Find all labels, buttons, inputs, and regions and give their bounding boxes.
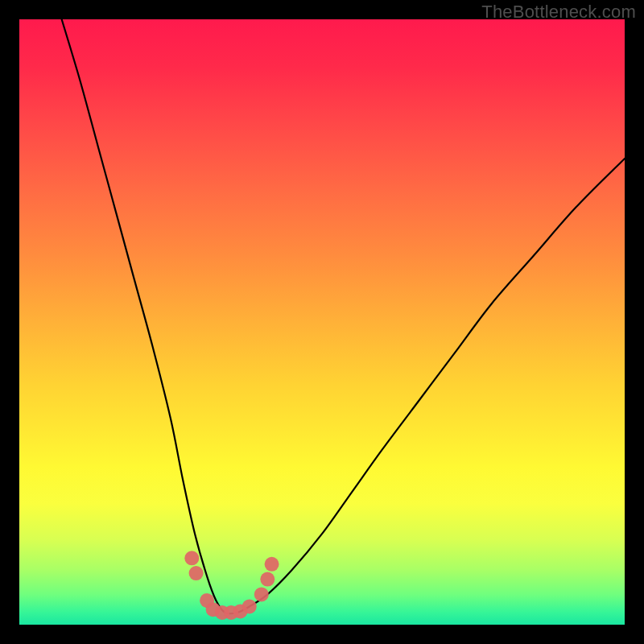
- plot-area: [19, 19, 625, 625]
- marker-dot: [265, 557, 279, 572]
- curve-layer: [19, 19, 625, 625]
- marker-dot: [242, 599, 257, 613]
- marker-dot: [184, 551, 199, 565]
- chart-frame: TheBottleneck.com: [0, 0, 644, 644]
- marker-dot: [254, 587, 269, 601]
- bottleneck-curve: [62, 19, 625, 613]
- marker-dot: [189, 566, 204, 580]
- highlight-markers: [184, 551, 279, 620]
- marker-dot: [260, 572, 275, 587]
